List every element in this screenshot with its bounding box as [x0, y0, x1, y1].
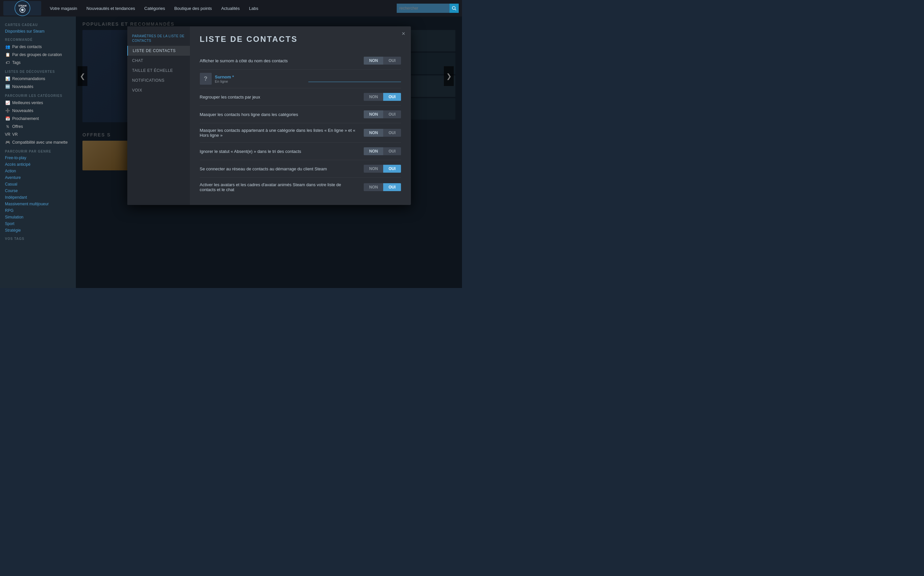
sidebar-item-controller[interactable]: 🎮 Compatibilité avec une manette — [0, 138, 76, 146]
nav-labs[interactable]: Labs — [245, 0, 262, 16]
toggle-connect-startup-non[interactable]: NON — [364, 165, 383, 173]
toggle-ignore-absent: NON OUI — [364, 147, 401, 155]
sidebar-item-simulation[interactable]: Simulation — [0, 214, 76, 221]
sidebar-item-upcoming[interactable]: 📅 Prochainement — [0, 115, 76, 123]
svg-point-3 — [21, 8, 24, 11]
nickname-input-field[interactable] — [308, 75, 401, 82]
sidebar-item-indie[interactable]: Indépendant — [0, 194, 76, 201]
svg-line-5 — [455, 9, 456, 11]
modal-body: × LISTE DE CONTACTS Afficher le surnom à… — [190, 26, 411, 205]
sidebar-item-recommendations[interactable]: 📊 Recommandations — [0, 75, 76, 83]
contacts-modal: PARAMÈTRES DE LA LISTE DE CONTACTS LISTE… — [127, 26, 411, 205]
toggle-ignore-absent-non[interactable]: NON — [364, 147, 383, 155]
search-area — [397, 4, 459, 13]
sidebar-item-tags[interactable]: 🏷 Tags — [0, 59, 76, 67]
setting-hide-category-contacts: Masquer les contacts appartenant à une c… — [200, 123, 401, 143]
toggle-connect-startup-oui[interactable]: OUI — [383, 165, 401, 173]
percent-icon: ％ — [5, 124, 10, 129]
toggle-group-game-oui[interactable]: OUI — [383, 93, 401, 101]
setting-hide-offline-cat: Masquer les contacts hors ligne dans les… — [200, 106, 401, 123]
toggle-hide-offline-cat-oui[interactable]: OUI — [383, 110, 401, 118]
genre-title: PARCOURIR PAR GENRE — [0, 146, 76, 155]
toggle-show-nickname: NON OUI — [364, 57, 401, 65]
toggle-animated-avatars: NON OUI — [364, 183, 401, 191]
setting-group-game: Regrouper les contacts par jeux NON OUI — [200, 88, 401, 106]
close-button[interactable]: × — [399, 30, 407, 38]
sidebar-item-new[interactable]: ➕ Nouveautés — [0, 107, 76, 115]
plus-icon: ➕ — [5, 108, 10, 114]
steam-logo[interactable]: STEAM — [3, 1, 41, 16]
main-layout: CARTES CADEAU Disponibles sur Steam RECO… — [0, 16, 462, 288]
svg-text:STEAM: STEAM — [18, 5, 26, 7]
sidebar: CARTES CADEAU Disponibles sur Steam RECO… — [0, 16, 76, 288]
search-input[interactable] — [397, 4, 449, 13]
nav-points[interactable]: Boutique des points — [170, 0, 216, 16]
content-area: POPULAIRES ET RECOMMANDÉS ❮ ❯ OFFRES S — [76, 16, 462, 288]
modal-nav-params[interactable]: PARAMÈTRES DE LA LISTE DE CONTACTS — [127, 31, 190, 46]
modal-sidebar: PARAMÈTRES DE LA LISTE DE CONTACTS LISTE… — [127, 26, 190, 205]
discovery-title: LISTES DE DÉCOUVERTES — [0, 67, 76, 75]
sidebar-item-racing[interactable]: Course — [0, 187, 76, 194]
top-navigation: STEAM Votre magasin Nouveautés et tendan… — [0, 0, 462, 16]
sidebar-item-early-access[interactable]: Accès anticipé — [0, 161, 76, 168]
modal-nav-chat[interactable]: CHAT — [127, 56, 190, 66]
modal-nav-liste[interactable]: LISTE DE CONTACTS — [127, 46, 190, 56]
sidebar-item-massively-multi[interactable]: Massivement multijoueur — [0, 201, 76, 207]
toggle-show-nickname-non[interactable]: NON — [364, 57, 383, 65]
gift-cards-title: CARTES CADEAU — [0, 20, 76, 28]
browse-title: PARCOURIR LES CATÉGORIES — [0, 91, 76, 99]
toggle-connect-startup: NON OUI — [364, 165, 401, 173]
nav-categories[interactable]: Catégories — [141, 0, 169, 16]
toggle-hide-category-contacts-non[interactable]: NON — [364, 129, 383, 137]
nickname-status: En ligne — [215, 79, 305, 83]
sidebar-item-adventure[interactable]: Aventure — [0, 174, 76, 181]
controller-icon: 🎮 — [5, 140, 10, 145]
sidebar-item-available-steam[interactable]: Disponibles sur Steam — [0, 28, 76, 35]
sidebar-item-rpg[interactable]: RPG — [0, 207, 76, 214]
recommended-title: RECOMMANDÉ — [0, 35, 76, 43]
sidebar-item-free-to-play[interactable]: Free-to-play — [0, 155, 76, 161]
toggle-hide-category-contacts: NON OUI — [364, 129, 401, 137]
nickname-input-row: ? Surnom * En ligne — [200, 70, 401, 88]
setting-connect-startup-label: Se connecter au réseau de contacts au dé… — [200, 166, 364, 171]
modal-title: LISTE DE CONTACTS — [200, 35, 401, 44]
sidebar-item-strategy[interactable]: Stratégie — [0, 227, 76, 234]
search-button[interactable] — [449, 4, 459, 13]
toggle-animated-avatars-non[interactable]: NON — [364, 183, 383, 191]
setting-ignore-absent: Ignorer le statut « Absent(e) » dans le … — [200, 143, 401, 160]
setting-connect-startup: Se connecter au réseau de contacts au dé… — [200, 160, 401, 178]
sidebar-item-best-sellers[interactable]: 📈 Meilleures ventes — [0, 99, 76, 107]
modal-nav-notifs[interactable]: NOTIFICATIONS — [127, 75, 190, 85]
sidebar-item-vr[interactable]: VR VR — [0, 131, 76, 138]
toggle-animated-avatars-oui[interactable]: OUI — [383, 183, 401, 191]
curators-icon: 📋 — [5, 52, 10, 58]
sidebar-item-casual[interactable]: Casual — [0, 181, 76, 187]
setting-hide-offline-cat-label: Masquer les contacts hors ligne dans les… — [200, 112, 364, 117]
toggle-hide-offline-cat: NON OUI — [364, 110, 401, 118]
reco-icon: 📊 — [5, 76, 10, 82]
modal-nav-taille[interactable]: TAILLE ET ÉCHELLE — [127, 66, 190, 75]
setting-show-nickname-label: Afficher le surnom à côté du nom des con… — [200, 58, 364, 63]
setting-ignore-absent-label: Ignorer le statut « Absent(e) » dans le … — [200, 149, 364, 154]
toggle-hide-offline-cat-non[interactable]: NON — [364, 110, 383, 118]
sidebar-item-action[interactable]: Action — [0, 168, 76, 174]
nav-news[interactable]: Actualités — [217, 0, 244, 16]
toggle-ignore-absent-oui[interactable]: OUI — [383, 147, 401, 155]
toggle-hide-category-contacts-oui[interactable]: OUI — [383, 129, 401, 137]
nav-new-trends[interactable]: Nouveautés et tendances — [82, 0, 139, 16]
sidebar-item-offers[interactable]: ％ Offres — [0, 123, 76, 131]
sidebar-item-by-curators[interactable]: 📋 Par des groupes de curation — [0, 51, 76, 59]
svg-point-4 — [452, 6, 456, 10]
tags-icon: 🏷 — [5, 60, 10, 65]
sidebar-item-sport[interactable]: Sport — [0, 221, 76, 227]
setting-animated-avatars: Activer les avatars et les cadres d'avat… — [200, 178, 401, 197]
sidebar-item-by-contacts[interactable]: 👥 Par des contacts — [0, 43, 76, 51]
nav-store[interactable]: Votre magasin — [46, 0, 81, 16]
trending-icon: 📈 — [5, 100, 10, 106]
modal-nav-voix[interactable]: VOIX — [127, 85, 190, 95]
toggle-group-game-non[interactable]: NON — [364, 93, 383, 101]
setting-hide-category-contacts-label: Masquer les contacts appartenant à une c… — [200, 128, 364, 138]
toggle-show-nickname-oui[interactable]: OUI — [383, 57, 401, 65]
sidebar-item-new-items[interactable]: 🆕 Nouveautés — [0, 83, 76, 91]
your-tags-title: VOS TAGS — [0, 234, 76, 242]
